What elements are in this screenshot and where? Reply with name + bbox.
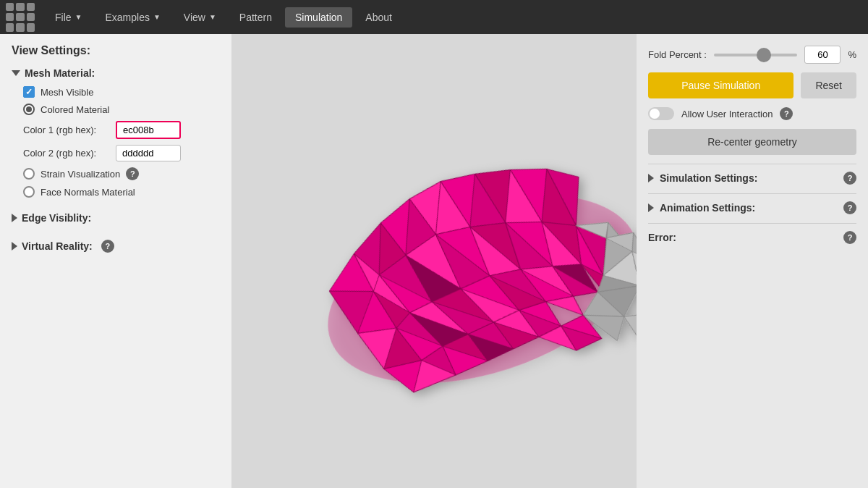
- fold-percent-symbol: %: [848, 49, 856, 60]
- file-arrow-icon: ▼: [75, 13, 82, 21]
- fold-percent-thumb[interactable]: [757, 48, 771, 62]
- fold-percent-slider[interactable]: [714, 54, 798, 56]
- simulation-settings-section: Simulation Settings: ?: [648, 164, 856, 185]
- virtual-reality-section: Virtual Reality: ?: [12, 235, 220, 257]
- strain-viz-help-icon[interactable]: ?: [126, 167, 139, 180]
- allow-interaction-toggle[interactable]: [648, 107, 674, 120]
- nav-pattern[interactable]: Pattern: [229, 7, 282, 28]
- edge-visibility-title: Edge Visiblity:: [22, 212, 91, 224]
- error-section: Error: ?: [648, 223, 856, 244]
- colored-material-label: Colored Material: [41, 104, 109, 115]
- color1-input[interactable]: [116, 121, 181, 139]
- animation-settings-section: Animation Settings: ?: [648, 193, 856, 214]
- view-settings-title: View Settings:: [12, 44, 220, 57]
- allow-interaction-row: Allow User Interaction ?: [648, 107, 856, 120]
- edge-visibility-section: Edge Visiblity:: [12, 208, 220, 228]
- fold-percent-label: Fold Percent :: [648, 49, 707, 60]
- mesh-visible-checkbox[interactable]: ✓: [23, 86, 35, 98]
- fold-percent-input[interactable]: [804, 46, 841, 64]
- colored-material-radio[interactable]: [23, 104, 35, 115]
- animation-settings-collapse-icon: [648, 203, 654, 212]
- right-panel: Fold Percent : % Pause Simulation Reset …: [637, 34, 868, 488]
- color1-row: Color 1 (rgb hex):: [23, 121, 220, 139]
- virtual-reality-header[interactable]: Virtual Reality: ?: [12, 235, 220, 257]
- strain-viz-label: Strain Visualization: [41, 169, 120, 180]
- allow-interaction-help-icon[interactable]: ?: [780, 107, 793, 120]
- examples-arrow-icon: ▼: [153, 13, 161, 21]
- virtual-reality-collapse-icon: [12, 242, 17, 251]
- mesh-visible-label: Mesh Visible: [41, 87, 93, 98]
- simulation-settings-collapse-icon: [648, 174, 654, 182]
- nav-simulation[interactable]: Simulation: [285, 7, 352, 28]
- mesh-svg: [231, 34, 637, 488]
- app-logo: [6, 3, 35, 32]
- face-normals-radio[interactable]: [23, 186, 35, 198]
- mesh-visible-row: ✓ Mesh Visible: [23, 86, 220, 98]
- svg-marker-74: [624, 311, 637, 340]
- mesh-material-title: Mesh Material:: [25, 67, 95, 79]
- navbar: File ▼ Examples ▼ View ▼ Pattern Simulat…: [0, 0, 868, 34]
- color2-label: Color 2 (rgb hex):: [23, 148, 110, 159]
- colored-material-row: Colored Material: [23, 104, 220, 115]
- nav-file[interactable]: File ▼: [45, 7, 92, 28]
- fold-percent-row: Fold Percent : %: [648, 46, 856, 64]
- simulation-buttons-row: Pause Simulation Reset: [648, 72, 856, 98]
- nav-about[interactable]: About: [355, 7, 402, 28]
- simulation-settings-header[interactable]: Simulation Settings: ?: [648, 172, 856, 185]
- edge-visibility-collapse-icon: [12, 214, 17, 222]
- nav-view[interactable]: View ▼: [174, 7, 226, 28]
- face-normals-row: Face Normals Material: [23, 186, 220, 198]
- face-normals-label: Face Normals Material: [41, 187, 135, 198]
- animation-settings-help-icon[interactable]: ?: [843, 201, 856, 214]
- error-header: Error: ?: [648, 231, 856, 244]
- color1-label: Color 1 (rgb hex):: [23, 125, 110, 135]
- mesh-material-section-header[interactable]: Mesh Material:: [12, 67, 220, 79]
- view-arrow-icon: ▼: [209, 13, 216, 21]
- virtual-reality-help-icon[interactable]: ?: [101, 240, 114, 253]
- animation-settings-title: Animation Settings:: [660, 202, 838, 214]
- recenter-geometry-button[interactable]: Re-center geometry: [648, 129, 856, 155]
- error-help-icon[interactable]: ?: [843, 231, 856, 244]
- center-3d-view[interactable]: [231, 34, 637, 488]
- color2-input[interactable]: [116, 145, 181, 161]
- virtual-reality-title: Virtual Reality:: [22, 240, 93, 252]
- error-title: Error:: [648, 232, 838, 243]
- strain-viz-radio[interactable]: [23, 168, 35, 180]
- main-layout: View Settings: Mesh Material: ✓ Mesh Vis…: [0, 34, 868, 488]
- simulation-settings-title: Simulation Settings:: [660, 172, 838, 184]
- animation-settings-header[interactable]: Animation Settings: ?: [648, 201, 856, 214]
- simulation-settings-help-icon[interactable]: ?: [843, 172, 856, 185]
- reset-button[interactable]: Reset: [801, 72, 856, 98]
- nav-examples[interactable]: Examples ▼: [95, 7, 170, 28]
- edge-visibility-header[interactable]: Edge Visiblity:: [12, 208, 220, 228]
- mesh-material-collapse-icon: [12, 70, 20, 76]
- pause-simulation-button[interactable]: Pause Simulation: [648, 72, 793, 98]
- strain-viz-row: Strain Visualization ?: [23, 167, 220, 180]
- allow-interaction-label: Allow User Interaction: [681, 109, 773, 119]
- left-panel: View Settings: Mesh Material: ✓ Mesh Vis…: [0, 34, 231, 488]
- color2-row: Color 2 (rgb hex):: [23, 145, 220, 161]
